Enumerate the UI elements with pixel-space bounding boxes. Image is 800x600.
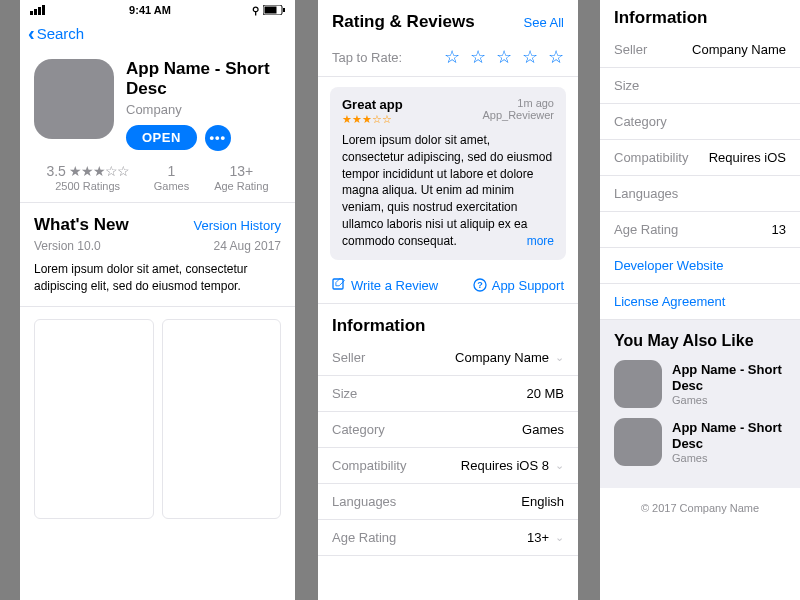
- info-label: Size: [332, 386, 357, 401]
- chevron-left-icon: ‹: [28, 22, 35, 45]
- info-label: Size: [614, 78, 639, 93]
- chevron-down-icon: ⌄: [555, 351, 564, 364]
- info-value: Games: [522, 422, 564, 437]
- information-title: Information: [332, 316, 564, 336]
- svg-rect-0: [30, 11, 33, 15]
- svg-rect-3: [42, 5, 45, 15]
- info-row-languages: Languages English: [318, 484, 578, 520]
- rating-count: 2500 Ratings: [46, 180, 128, 192]
- review-card: Great app ★★★☆☆ 1m ago App_Reviewer Lore…: [330, 87, 566, 260]
- info-label: Age Rating: [614, 222, 678, 237]
- developer-website-link[interactable]: Developer Website: [600, 248, 800, 284]
- star-icon[interactable]: ☆: [444, 46, 460, 68]
- info-row-seller[interactable]: Seller Company Name⌄: [318, 340, 578, 376]
- screenshots-row: [20, 307, 295, 531]
- app-detail-reviews: Rating & Reviews See All Tap to Rate: ☆ …: [318, 0, 578, 600]
- reviews-title: Rating & Reviews: [332, 12, 475, 32]
- age-value: 13+: [214, 163, 268, 179]
- info-row-seller: Seller Company Name: [600, 32, 800, 68]
- meta-rating: 3.5★★★☆☆ 2500 Ratings: [46, 163, 128, 192]
- info-label: Compatibility: [332, 458, 406, 473]
- info-row-age: Age Rating 13: [600, 212, 800, 248]
- info-label: Languages: [614, 186, 678, 201]
- more-button[interactable]: •••: [205, 125, 231, 151]
- version-date: 24 Aug 2017: [214, 239, 281, 253]
- info-row-compatibility[interactable]: Compatibility Requires iOS 8⌄: [318, 448, 578, 484]
- back-label: Search: [37, 25, 85, 42]
- info-label: Compatibility: [614, 150, 688, 165]
- app-title: App Name - Short Desc: [126, 59, 281, 100]
- star-icon[interactable]: ☆: [470, 46, 486, 68]
- ymal-item[interactable]: App Name - Short Desc Games: [614, 360, 786, 408]
- info-row-compatibility: Compatibility Requires iOS: [600, 140, 800, 176]
- help-icon: ?: [473, 278, 487, 292]
- info-value: Company Name: [455, 350, 549, 365]
- ymal-item[interactable]: App Name - Short Desc Games: [614, 418, 786, 466]
- ymal-app-name: App Name - Short Desc: [672, 362, 786, 393]
- info-row-languages: Languages: [600, 176, 800, 212]
- app-icon: [614, 418, 662, 466]
- screenshot[interactable]: [34, 319, 154, 519]
- review-actions: Write a Review ? App Support: [318, 270, 578, 304]
- status-bar: 9:41 AM ⚲: [20, 0, 295, 16]
- meta-age: 13+ Age Rating: [214, 163, 268, 192]
- ellipsis-icon: •••: [210, 130, 227, 145]
- app-support-link[interactable]: ? App Support: [473, 278, 564, 293]
- star-icon[interactable]: ☆: [548, 46, 564, 68]
- info-value: English: [521, 494, 564, 509]
- star-icon[interactable]: ☆: [522, 46, 538, 68]
- app-header: App Name - Short Desc Company OPEN •••: [20, 51, 295, 163]
- you-may-also-like-section: You May Also Like App Name - Short Desc …: [600, 320, 800, 488]
- star-icon[interactable]: ☆: [496, 46, 512, 68]
- info-row-category: Category Games: [318, 412, 578, 448]
- review-body-text: Lorem ipsum dolor sit amet, consectetur …: [342, 133, 552, 248]
- info-value: Company Name: [692, 42, 786, 57]
- write-review-link[interactable]: Write a Review: [332, 278, 438, 293]
- info-row-age[interactable]: Age Rating 13+⌄: [318, 520, 578, 556]
- screenshot[interactable]: [162, 319, 282, 519]
- copyright: © 2017 Company Name: [600, 488, 800, 528]
- information-section-head: Information: [318, 304, 578, 340]
- review-more-link[interactable]: more: [527, 233, 554, 250]
- review-title: Great app: [342, 97, 403, 112]
- info-label: Seller: [332, 350, 365, 365]
- ymal-title: You May Also Like: [614, 332, 786, 350]
- signal-icon: [30, 5, 48, 15]
- app-meta-row: 3.5★★★☆☆ 2500 Ratings 1 Games 13+ Age Ra…: [20, 163, 295, 203]
- review-stars-icon: ★★★☆☆: [342, 113, 403, 126]
- license-agreement-link[interactable]: License Agreement: [600, 284, 800, 320]
- whats-new-section: What's New Version History Version 10.0 …: [20, 203, 295, 308]
- chevron-down-icon: ⌄: [555, 459, 564, 472]
- category-label: Games: [154, 180, 189, 192]
- review-author: App_Reviewer: [482, 109, 554, 121]
- tap-to-rate-label: Tap to Rate:: [332, 50, 402, 65]
- info-value: Requires iOS: [709, 150, 786, 165]
- info-row-size: Size: [600, 68, 800, 104]
- info-value: 13: [772, 222, 786, 237]
- see-all-reviews-link[interactable]: See All: [524, 15, 564, 30]
- age-label: Age Rating: [214, 180, 268, 192]
- information-title: Information: [614, 8, 786, 28]
- info-value: Requires iOS 8: [461, 458, 549, 473]
- tap-to-rate-row: Tap to Rate: ☆ ☆ ☆ ☆ ☆: [318, 38, 578, 77]
- svg-rect-2: [38, 7, 41, 15]
- info-label: Age Rating: [332, 530, 396, 545]
- tap-to-rate-stars[interactable]: ☆ ☆ ☆ ☆ ☆: [444, 46, 564, 68]
- app-detail-info: Information Seller Company Name Size Cat…: [600, 0, 800, 600]
- bluetooth-icon: ⚲: [252, 5, 259, 16]
- ymal-app-name: App Name - Short Desc: [672, 420, 786, 451]
- version-history-link[interactable]: Version History: [194, 218, 281, 233]
- svg-rect-5: [265, 7, 277, 14]
- info-value: 13+: [527, 530, 549, 545]
- review-time: 1m ago: [482, 97, 554, 109]
- whats-new-title: What's New: [34, 215, 129, 235]
- ymal-app-category: Games: [672, 394, 786, 406]
- open-button[interactable]: OPEN: [126, 125, 197, 150]
- svg-rect-1: [34, 9, 37, 15]
- back-button[interactable]: ‹ Search: [20, 16, 295, 51]
- svg-text:?: ?: [477, 280, 483, 290]
- write-review-label: Write a Review: [351, 278, 438, 293]
- rating-stars-icon: ★★★☆☆: [69, 163, 129, 179]
- info-row-category: Category: [600, 104, 800, 140]
- info-value: 20 MB: [526, 386, 564, 401]
